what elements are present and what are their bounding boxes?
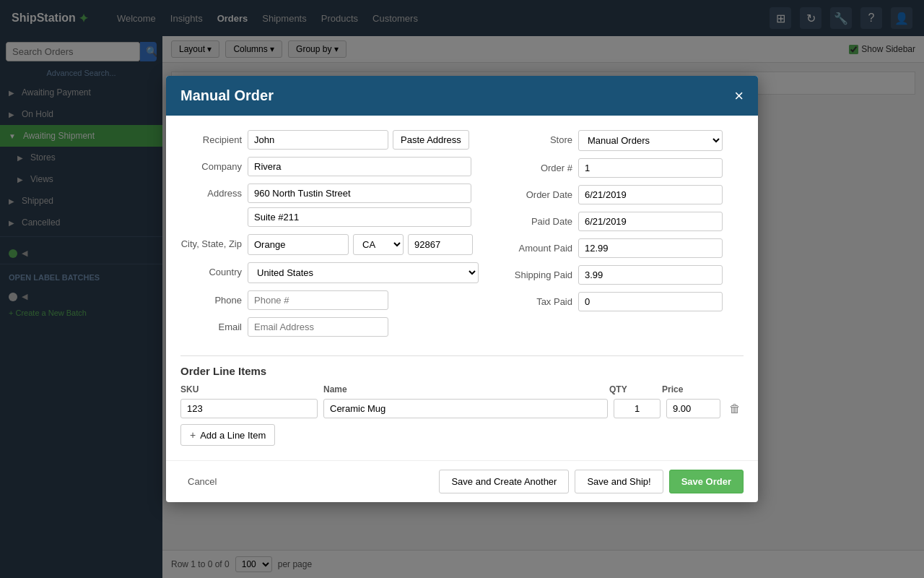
col-sku-header: SKU — [180, 384, 318, 394]
company-fields — [248, 157, 479, 176]
shipping-paid-fields — [578, 265, 744, 285]
modal-close-button[interactable]: × — [734, 88, 744, 104]
email-label: Email — [180, 317, 242, 332]
recipient-label: Recipient — [180, 130, 242, 145]
line-items-header: SKU Name QTY Price — [180, 384, 744, 394]
address-line2-input[interactable] — [248, 207, 471, 227]
order-date-input[interactable] — [578, 185, 723, 204]
phone-label: Phone — [180, 290, 242, 306]
col-qty-header: QTY — [609, 384, 656, 394]
state-select[interactable]: CA — [353, 234, 404, 255]
manual-order-modal: Manual Order × Recipient Paste Address — [166, 76, 758, 502]
phone-input[interactable] — [248, 290, 388, 310]
address-fields — [248, 184, 479, 227]
country-select[interactable]: United States — [248, 262, 479, 283]
modal-header: Manual Order × — [166, 76, 758, 116]
shipping-paid-input[interactable] — [578, 265, 723, 285]
city-state-zip-label: City, State, Zip — [180, 234, 242, 249]
tax-paid-label: Tax Paid — [507, 292, 572, 307]
order-num-input[interactable] — [578, 158, 723, 178]
line-items-title: Order Line Items — [180, 365, 744, 377]
amount-paid-fields — [578, 238, 744, 258]
line-item-row: 🗑 — [180, 399, 744, 418]
form-right: Store Manual Orders Order # — [507, 130, 744, 344]
store-label: Store — [507, 130, 572, 145]
save-order-button[interactable]: Save Order — [669, 470, 744, 493]
phone-row: Phone — [180, 290, 479, 310]
address-line1-input[interactable] — [248, 184, 471, 203]
amount-paid-input[interactable] — [578, 238, 723, 258]
line-items-section: Order Line Items SKU Name QTY Price 🗑 + — [180, 355, 744, 446]
paid-date-input[interactable] — [578, 212, 723, 231]
email-fields — [248, 317, 479, 337]
city-state-zip-row: City, State, Zip CA — [180, 234, 479, 255]
shipping-paid-row: Shipping Paid — [507, 265, 744, 285]
form-left: Recipient Paste Address Company — [180, 130, 479, 344]
paid-date-row: Paid Date — [507, 212, 744, 231]
amount-paid-row: Amount Paid — [507, 238, 744, 258]
city-input[interactable] — [248, 234, 349, 255]
order-num-fields — [578, 158, 744, 178]
paid-date-fields — [578, 212, 744, 231]
form-grid: Recipient Paste Address Company — [180, 130, 744, 344]
email-input[interactable] — [248, 317, 388, 337]
sku-input[interactable] — [180, 399, 318, 418]
price-input[interactable] — [666, 399, 720, 418]
modal-body: Recipient Paste Address Company — [166, 116, 758, 460]
zip-input[interactable] — [408, 234, 473, 255]
tax-paid-row: Tax Paid — [507, 292, 744, 311]
delete-line-item-button[interactable]: 🗑 — [726, 400, 744, 418]
add-line-item-button[interactable]: + Add a Line Item — [180, 424, 275, 446]
order-date-row: Order Date — [507, 185, 744, 204]
company-label: Company — [180, 157, 242, 172]
paste-address-button[interactable]: Paste Address — [393, 130, 469, 150]
col-name-header: Name — [323, 384, 603, 394]
modal-footer: Cancel Save and Create Another Save and … — [166, 460, 758, 502]
order-date-label: Order Date — [507, 185, 572, 200]
save-ship-button[interactable]: Save and Ship! — [575, 470, 663, 493]
company-input[interactable] — [248, 157, 471, 176]
phone-fields — [248, 290, 479, 310]
recipient-fields: Paste Address — [248, 130, 479, 150]
city-state-zip-fields: CA — [248, 234, 479, 255]
paid-date-label: Paid Date — [507, 212, 572, 227]
recipient-row: Recipient Paste Address — [180, 130, 479, 150]
address-label: Address — [180, 184, 242, 199]
tax-paid-input[interactable] — [578, 292, 723, 311]
email-row: Email — [180, 317, 479, 337]
order-num-label: Order # — [507, 158, 572, 173]
plus-icon: + — [190, 429, 196, 441]
qty-input[interactable] — [614, 399, 661, 418]
company-row: Company — [180, 157, 479, 176]
recipient-input[interactable] — [248, 130, 388, 150]
country-label: Country — [180, 262, 242, 277]
tax-paid-fields — [578, 292, 744, 311]
country-row: Country United States — [180, 262, 479, 283]
col-price-header: Price — [662, 384, 716, 394]
modal-title: Manual Order — [180, 87, 274, 104]
add-line-item-label: Add a Line Item — [200, 430, 266, 441]
modal-overlay: Manual Order × Recipient Paste Address — [0, 0, 924, 578]
name-input[interactable] — [323, 399, 608, 418]
address-row: Address — [180, 184, 479, 227]
save-create-another-button[interactable]: Save and Create Another — [439, 470, 569, 493]
order-num-row: Order # — [507, 158, 744, 178]
shipping-paid-label: Shipping Paid — [507, 265, 572, 280]
country-fields: United States — [248, 262, 479, 283]
store-row: Store Manual Orders — [507, 130, 744, 151]
amount-paid-label: Amount Paid — [507, 238, 572, 254]
cancel-button[interactable]: Cancel — [180, 472, 224, 491]
store-fields: Manual Orders — [578, 130, 744, 151]
order-date-fields — [578, 185, 744, 204]
store-select[interactable]: Manual Orders — [578, 130, 723, 151]
